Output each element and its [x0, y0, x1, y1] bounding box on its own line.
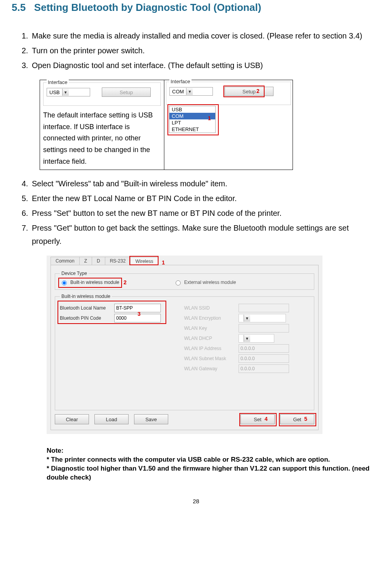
setup-button-usb[interactable]: Setup — [102, 88, 151, 97]
wlan-mask-input — [239, 354, 289, 363]
callout-shot2-4: 4 — [265, 416, 268, 422]
note-line-1: * The printer connects with the computer… — [47, 455, 380, 464]
save-button[interactable]: Save — [134, 414, 168, 424]
wlan-ip-label: WLAN IP Address — [184, 346, 239, 351]
step-4: Select "Wireless" tab and "Built-in wire… — [30, 177, 380, 190]
section-title-text: Setting Bluetooth by Diagnostic Tool (Op… — [34, 2, 261, 13]
chevron-down-icon: ▼ — [244, 335, 250, 342]
callout-box-bt — [57, 301, 166, 324]
radio-builtin-label[interactable]: Built-in wireless module 2 — [60, 279, 119, 285]
step-2: Turn on the printer power switch. — [30, 44, 380, 57]
wireless-settings-screenshot: Common Z D RS-232 Wireless 1 Device Type… — [47, 256, 322, 434]
interface-cell-com: Interface COM ▼ Setup 2 — [164, 80, 293, 170]
interface-combo-com[interactable]: COM ▼ — [169, 87, 213, 96]
ordered-steps-2: Select "Wireless" tab and "Built-in wire… — [30, 177, 380, 248]
tab-body: Device Type Built-in wireless module 2 E… — [51, 265, 319, 430]
ordered-steps-1: Make sure the media is already installed… — [30, 29, 380, 72]
wlan-ssid-label: WLAN SSID — [184, 305, 239, 311]
interface-combo-usb[interactable]: USB ▼ — [47, 88, 90, 96]
wlan-gw-input — [239, 364, 289, 373]
interface-group-usb: Interface USB ▼ Setup — [43, 82, 161, 106]
tab-rs232[interactable]: RS-232 — [105, 257, 131, 265]
wlan-dhcp-combo: ▼ — [239, 334, 274, 343]
wlan-mask-label: WLAN Subnet Mask — [184, 356, 239, 361]
clear-button-label: Clear — [66, 417, 78, 422]
radio-external-label[interactable]: External wireless module — [174, 279, 236, 285]
load-button-label: Load — [106, 417, 117, 422]
callout-box-list — [167, 104, 219, 135]
callout-1: 1 — [208, 115, 211, 121]
wlan-enc-label: WLAN Encryption — [184, 315, 239, 321]
interface-combo-usb-value: USB — [47, 89, 62, 95]
setup-button-usb-label: Setup — [120, 89, 133, 95]
callout-shot2-2: 2 — [124, 279, 127, 285]
note-heading: Note: — [47, 446, 380, 455]
callout-shot2-3: 3 — [138, 311, 141, 317]
tab-strip: Common Z D RS-232 Wireless 1 — [51, 256, 319, 265]
usb-description: The default interface setting is USB int… — [43, 110, 161, 167]
builtin-module-legend: Built-in wireless module — [60, 294, 112, 299]
load-button[interactable]: Load — [94, 414, 129, 424]
page-number: 28 — [12, 498, 380, 504]
wlan-enc-combo: ▼ — [239, 314, 286, 322]
wlan-dhcp-label: WLAN DHCP — [184, 336, 239, 341]
callout-box-set — [239, 413, 277, 426]
clear-button[interactable]: Clear — [55, 414, 89, 424]
chevron-down-icon: ▼ — [62, 89, 69, 96]
device-type-radios: Built-in wireless module 2 External wire… — [60, 279, 309, 285]
builtin-module-fieldset: Built-in wireless module Bluetooth Local… — [55, 294, 314, 410]
step-6: Press "Set" button to set the new BT nam… — [30, 207, 380, 220]
radio-external-text: External wireless module — [184, 280, 236, 285]
note-line-2: * Diagnostic tool higher than V1.50 and … — [47, 464, 380, 482]
chevron-down-icon: ▼ — [244, 315, 250, 322]
callout-box-tab — [129, 256, 159, 265]
interface-group-com: Interface COM ▼ Setup 2 — [166, 82, 291, 105]
callout-shot2-5: 5 — [304, 416, 307, 422]
interface-cell-usb: Interface USB ▼ Setup The default interf… — [40, 80, 164, 170]
tab-common[interactable]: Common — [51, 257, 80, 265]
tab-d[interactable]: D — [92, 257, 105, 265]
interface-combo-com-value: COM — [170, 89, 186, 95]
wlan-key-label: WLAN Key — [184, 326, 239, 331]
section-number: 5.5 — [12, 2, 26, 13]
wlan-ssid-input — [239, 304, 289, 312]
callout-box-get — [279, 413, 316, 426]
step-1: Make sure the media is already installed… — [30, 29, 380, 42]
device-type-legend: Device Type — [60, 271, 89, 276]
save-button-label: Save — [145, 417, 157, 422]
wlan-key-input — [239, 324, 289, 333]
page: 5.5 Setting Bluetooth by Diagnostic Tool… — [0, 0, 392, 583]
interface-group-label-com: Interface — [169, 79, 192, 84]
callout-shot2-1: 1 — [162, 259, 165, 266]
callout-box-radio — [58, 278, 122, 288]
wlan-ip-input — [239, 344, 289, 353]
note-block: Note: * The printer connects with the co… — [47, 446, 380, 482]
device-type-fieldset: Device Type Built-in wireless module 2 E… — [55, 271, 314, 290]
step-3: Open Diagnostic tool and set interface. … — [30, 59, 380, 72]
interface-group-label-usb: Interface — [47, 79, 69, 85]
radio-external[interactable] — [176, 280, 181, 285]
button-row: Clear Load Save Set 4 Get 5 — [55, 414, 314, 424]
tab-z[interactable]: Z — [79, 257, 92, 265]
callout-2: 2 — [256, 88, 260, 94]
step-7: Press "Get" button to get back the setti… — [30, 221, 380, 248]
step-5: Enter the new BT Local Name or BT PIN Co… — [30, 192, 380, 205]
section-heading: 5.5 Setting Bluetooth by Diagnostic Tool… — [12, 0, 380, 14]
wlan-gw-label: WLAN Gateway — [184, 366, 239, 371]
interface-screenshots-row: Interface USB ▼ Setup The default interf… — [40, 80, 293, 170]
chevron-down-icon: ▼ — [186, 88, 193, 95]
